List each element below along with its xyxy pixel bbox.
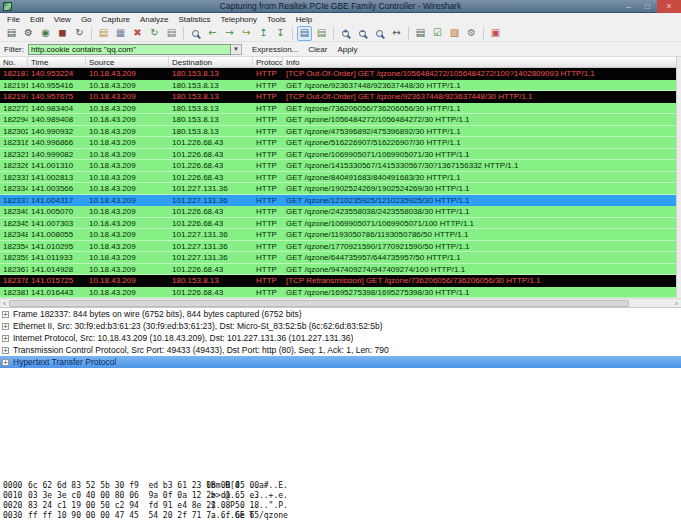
hscroll-left-arrow-icon[interactable]: ‹ <box>0 299 9 308</box>
packet-row[interactable]: 182376141.01572510.18.43.209180.153.8.13… <box>0 275 681 287</box>
capture-options-button[interactable]: ⚙ <box>21 26 36 41</box>
zoom-out-button[interactable]: − <box>355 26 370 41</box>
menu-help[interactable]: Help <box>291 15 317 24</box>
packet-cell-proto: HTTP <box>253 114 283 125</box>
filter-dropdown-icon[interactable]: ▼ <box>231 44 242 55</box>
coloring-rules-button[interactable]: ▨ <box>447 26 462 41</box>
colorize-button[interactable]: ▤ <box>314 26 329 41</box>
help-button[interactable]: ▣ <box>488 26 503 41</box>
packet-cell-proto: HTTP <box>253 103 283 114</box>
expand-plus-icon[interactable]: + <box>2 335 9 342</box>
column-header-time[interactable]: Time <box>28 57 86 67</box>
menu-go[interactable]: Go <box>76 15 97 24</box>
packet-cell-proto: HTTP <box>253 91 283 103</box>
menu-file[interactable]: File <box>2 15 25 24</box>
packet-row[interactable]: 182367141.01492810.18.43.209101.226.68.4… <box>0 264 681 276</box>
reload-button[interactable]: ↻ <box>147 26 162 41</box>
hex-row[interactable]: 002083 24 c1 19 00 50 c2 94 fd 91 e4 8e … <box>3 501 681 511</box>
packet-row[interactable]: 182381141.01644310.18.43.209101.226.68.4… <box>0 287 681 299</box>
expand-plus-icon[interactable]: + <box>2 347 9 354</box>
detail-row[interactable]: +Transmission Control Protocol, Src Port… <box>0 344 681 356</box>
packet-cell-time: 141.002813 <box>28 172 86 183</box>
expand-plus-icon[interactable]: + <box>2 359 9 366</box>
column-header-destination[interactable]: Destination <box>169 57 253 67</box>
find-packet-button[interactable] <box>188 26 203 41</box>
expand-plus-icon[interactable]: + <box>2 311 9 318</box>
menu-statistics[interactable]: Statistics <box>174 15 216 24</box>
filter-bar: Filter: ▼ Expression... Clear Apply <box>0 42 681 57</box>
column-header-source[interactable]: Source <box>86 57 169 67</box>
go-back-button[interactable]: ← <box>205 26 220 41</box>
packet-row[interactable]: 182345141.00730310.18.43.209101.226.68.4… <box>0 218 681 230</box>
apply-button[interactable]: Apply <box>337 45 357 54</box>
open-file-button[interactable]: ▤ <box>96 26 111 41</box>
packet-row[interactable]: 182316140.99686610.18.43.209101.226.68.4… <box>0 137 681 149</box>
capture-filters-button[interactable]: ▤ <box>413 26 428 41</box>
detail-row[interactable]: +Internet Protocol, Src: 10.18.43.209 (1… <box>0 332 681 344</box>
go-to-top-button[interactable]: ↥ <box>256 26 271 41</box>
packet-cell-no: 182187 <box>0 68 28 80</box>
detail-row[interactable]: +Ethernet II, Src: 30:f9:ed:b3:61:23 (30… <box>0 320 681 332</box>
save-file-button[interactable]: ▦ <box>113 26 128 41</box>
detail-row[interactable]: +Hypertext Transfer Protocol <box>0 356 681 368</box>
packet-row[interactable]: 182302140.99093210.18.43.209180.153.8.13… <box>0 126 681 138</box>
go-forward-button[interactable]: → <box>222 26 237 41</box>
packet-row[interactable]: 182340141.00507010.18.43.209101.226.68.4… <box>0 206 681 218</box>
restore-button[interactable]: □ <box>638 0 657 13</box>
interface-list-button[interactable]: ▤ <box>4 26 19 41</box>
hex-row[interactable]: 00006c 62 6d 83 52 5b 30 f9 ed b3 61 23 … <box>3 481 681 491</box>
hscroll-right-arrow-icon[interactable]: › <box>672 299 681 308</box>
packet-row[interactable]: 182187140.95322410.18.43.209180.153.8.13… <box>0 68 681 80</box>
menu-analyze[interactable]: Analyze <box>135 15 173 24</box>
menu-capture[interactable]: Capture <box>97 15 135 24</box>
packet-row[interactable]: 182359141.01193310.18.43.209101.227.131.… <box>0 252 681 264</box>
packet-row[interactable]: 182191140.95541610.18.43.209180.153.8.13… <box>0 80 681 92</box>
capture-start-button[interactable]: ◉ <box>38 26 53 41</box>
hex-row[interactable]: 0030ff ff 10 90 00 00 47 45 54 20 2f 71 … <box>3 511 681 520</box>
column-header-no[interactable]: No. <box>0 57 28 67</box>
detail-row[interactable]: +Frame 182337: 844 bytes on wire (6752 b… <box>0 308 681 320</box>
column-header-protocol[interactable]: Protocol <box>253 57 283 67</box>
packet-row[interactable]: 182348141.00805510.18.43.209101.227.131.… <box>0 229 681 241</box>
hex-offset: 0000 <box>3 481 28 491</box>
zoom-in-button[interactable]: + <box>338 26 353 41</box>
column-header-info[interactable]: Info <box>283 57 681 67</box>
close-capture-button[interactable]: ✖ <box>130 26 145 41</box>
menu-edit[interactable]: Edit <box>25 15 49 24</box>
menu-view[interactable]: View <box>49 15 76 24</box>
packet-row[interactable]: 182326141.00131010.18.43.209101.226.68.4… <box>0 160 681 172</box>
filter-input[interactable] <box>28 44 231 55</box>
packet-cell-dst: 101.227.131.36 <box>169 183 253 194</box>
zoom-100-button[interactable] <box>372 26 387 41</box>
packet-cell-no: 182321 <box>0 149 28 160</box>
packet-row[interactable]: 182354141.01029510.18.43.209101.227.131.… <box>0 241 681 253</box>
packet-list-hscrollbar[interactable]: ‹ › <box>0 298 681 307</box>
preferences-button[interactable]: ⚙ <box>464 26 479 41</box>
packet-row[interactable]: 182197140.95767510.18.43.209180.153.8.13… <box>0 91 681 103</box>
packet-cell-src: 10.18.43.209 <box>86 114 169 125</box>
clear-button[interactable]: Clear <box>308 45 327 54</box>
packet-row[interactable]: 182273140.98340410.18.43.209180.153.8.13… <box>0 103 681 115</box>
capture-restart-button[interactable]: ↻ <box>72 26 87 41</box>
print-button[interactable]: ▤ <box>164 26 179 41</box>
expand-plus-icon[interactable]: + <box>2 323 9 330</box>
packet-row[interactable]: 182331141.00281310.18.43.209101.226.68.4… <box>0 172 681 184</box>
auto-scroll-button[interactable]: ▤ <box>297 26 312 41</box>
resize-columns-button[interactable]: ↔ <box>389 26 404 41</box>
go-to-packet-button[interactable]: ↪ <box>239 26 254 41</box>
packet-row[interactable]: 182334141.00356610.18.43.209101.227.131.… <box>0 183 681 195</box>
packet-row[interactable]: 182294140.98940810.18.43.209180.153.8.13… <box>0 114 681 126</box>
expression-button[interactable]: Expression... <box>252 45 298 54</box>
capture-stop-button[interactable]: ◼ <box>55 26 70 41</box>
display-filters-button[interactable]: ☑ <box>430 26 445 41</box>
minimize-button[interactable]: – <box>619 0 638 13</box>
packet-row[interactable]: 182321140.99908210.18.43.209101.226.68.4… <box>0 149 681 161</box>
hscroll-thumb[interactable] <box>9 300 629 307</box>
packet-row[interactable]: 182337141.00431710.18.43.209101.227.131.… <box>0 195 681 207</box>
packet-list-vscrollbar[interactable] <box>676 57 681 298</box>
menu-tools[interactable]: Tools <box>262 15 291 24</box>
menu-telephony[interactable]: Telephony <box>216 15 262 24</box>
hex-row[interactable]: 001003 3e 3e c0 40 00 80 06 9a 0f 0a 12 … <box>3 491 681 501</box>
go-to-bottom-button[interactable]: ↧ <box>273 26 288 41</box>
close-button[interactable]: × <box>657 0 681 13</box>
